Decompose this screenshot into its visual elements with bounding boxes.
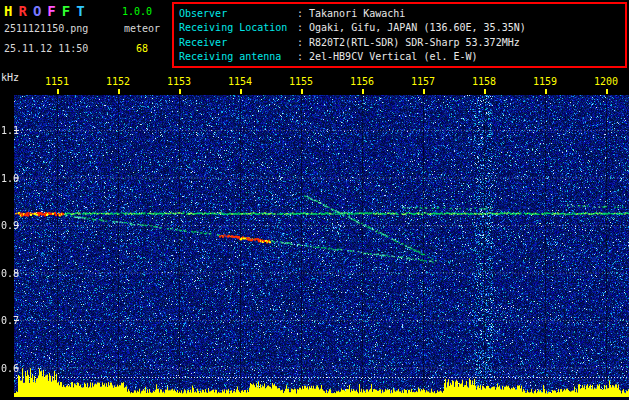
info-separator: : [297, 50, 309, 63]
info-label: Receiving antenna [179, 50, 297, 63]
x-tick-label: 1156 [350, 76, 374, 87]
logo-letter: F [47, 3, 55, 19]
y-tick-label: 0.7 [1, 315, 19, 326]
spectrogram-canvas [14, 95, 629, 400]
station-info: Observer:Takanori KawachiReceiving Locat… [172, 2, 627, 68]
datetime-label: 25.11.12 11:50 [4, 43, 88, 54]
x-tick-label: 1151 [45, 76, 69, 87]
info-label: Observer [179, 7, 297, 20]
echo-count: 68 [136, 43, 148, 54]
logo-letter: R [18, 3, 26, 19]
logo-letter: T [76, 3, 84, 19]
x-tick-mark [57, 89, 59, 94]
station-info-row: Receiving Location:Ogaki, Gifu, JAPAN (1… [179, 21, 620, 34]
y-axis-unit: kHz [1, 72, 19, 83]
y-tick-label: 0.9 [1, 220, 19, 231]
info-value: 2el-HB9CV Vertical (el. E-W) [309, 50, 620, 63]
y-tick-label: 1.0 [1, 172, 19, 183]
x-tick-mark [118, 89, 120, 94]
logo-letter: O [33, 3, 41, 19]
station-info-row: Observer:Takanori Kawachi [179, 7, 620, 20]
y-tick-label: 0.6 [1, 362, 19, 373]
x-tick-mark [606, 89, 608, 94]
info-value: R820T2(RTL-SDR) SDR-Sharp 53.372MHz [309, 36, 620, 49]
info-separator: : [297, 36, 309, 49]
hrofft-window: HROFFT 1.0.0 2511121150.png meteor 25.11… [0, 0, 629, 400]
x-tick-label: 1159 [533, 76, 557, 87]
x-tick-mark [423, 89, 425, 94]
app-version: 1.0.0 [122, 6, 152, 17]
y-tick-label: 1.1 [1, 125, 19, 136]
station-info-row: Receiver:R820T2(RTL-SDR) SDR-Sharp 53.37… [179, 36, 620, 49]
y-tick-label: 0.8 [1, 267, 19, 278]
x-tick-label: 1158 [472, 76, 496, 87]
info-label: Receiving Location [179, 21, 297, 34]
x-tick-mark [301, 89, 303, 94]
info-value: Ogaki, Gifu, JAPAN (136.60E, 35.35N) [309, 21, 620, 34]
x-tick-mark [179, 89, 181, 94]
x-tick-label: 1200 [594, 76, 618, 87]
x-tick-mark [484, 89, 486, 94]
mode-label: meteor [124, 23, 160, 34]
info-separator: : [297, 7, 309, 20]
x-tick-label: 1152 [106, 76, 130, 87]
x-tick-mark [545, 89, 547, 94]
x-tick-label: 1154 [228, 76, 252, 87]
x-tick-label: 1153 [167, 76, 191, 87]
x-tick-label: 1157 [411, 76, 435, 87]
station-info-row: Receiving antenna:2el-HB9CV Vertical (el… [179, 50, 620, 63]
x-tick-label: 1155 [289, 76, 313, 87]
info-value: Takanori Kawachi [309, 7, 620, 20]
output-filename: 2511121150.png [4, 23, 88, 34]
logo-letter: F [62, 3, 70, 19]
info-label: Receiver [179, 36, 297, 49]
app-logo: HROFFT [4, 3, 91, 19]
x-tick-mark [240, 89, 242, 94]
info-separator: : [297, 21, 309, 34]
plot-area: kHz 115111521153115411551156115711581159… [0, 72, 629, 400]
logo-letter: H [4, 3, 12, 19]
x-tick-mark [362, 89, 364, 94]
